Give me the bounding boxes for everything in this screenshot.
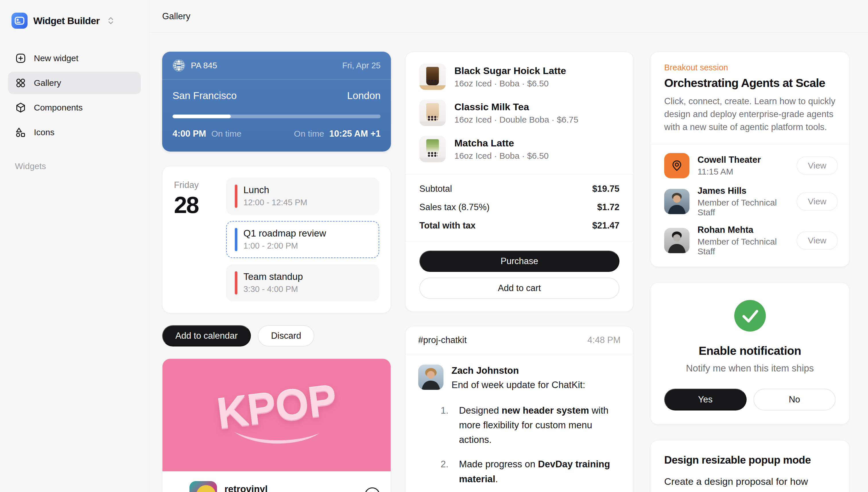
event-color-bar — [235, 228, 238, 251]
arrival-time: 10:25 AM +1 — [329, 129, 380, 139]
playlist-cover-title: KPOP — [214, 375, 339, 439]
avatar — [664, 189, 690, 214]
cube-icon — [15, 102, 26, 114]
airline-globe-icon — [173, 59, 185, 72]
purchase-button[interactable]: Purchase — [419, 251, 619, 272]
message-timestamp: 4:48 PM — [588, 335, 621, 345]
main-area: Gallery — [150, 0, 868, 492]
sidebar-item-label: Icons — [34, 127, 54, 137]
avatar — [418, 365, 444, 390]
sidebar-item-label: New widget — [34, 53, 78, 63]
chevron-up-down-icon[interactable] — [108, 16, 114, 25]
total-row: Total with tax $21.47 — [419, 220, 619, 231]
origin-city: San Francisco — [173, 90, 237, 101]
calendar-widget: Friday 28 Lunch 12:00 - 12:45 PM Q1 road… — [162, 166, 391, 313]
order-widget: Black Sugar Hoick Latte 16oz Iced · Boba… — [405, 52, 634, 312]
widget-builder-logo-icon — [11, 13, 28, 29]
play-icon[interactable] — [364, 487, 380, 492]
departure-status: On time — [211, 129, 241, 139]
drink-photo — [419, 136, 446, 162]
message-text: End of week update for ChatKit: — [451, 379, 585, 390]
shapes-icon — [15, 127, 26, 138]
gallery-content: PA 845 Fri, Apr 25 San Francisco London … — [150, 33, 868, 492]
calendar-event-q1-roadmap-review[interactable]: Q1 roadmap review 1:00 - 2:00 PM — [226, 221, 379, 258]
track-artwork — [190, 481, 217, 492]
sidebar-item-components[interactable]: Components — [8, 96, 141, 119]
task-title: Design resizable popup mode — [664, 454, 836, 466]
task-widget: Design resizable popup mode Create a des… — [650, 440, 850, 492]
notification-subtitle: Notify me when this item ships — [664, 363, 836, 374]
playlist-widget: KPOP 1 retrovinyl Erik Mclean — [162, 359, 391, 492]
sidebar-item-icons[interactable]: Icons — [8, 121, 141, 144]
list-item: 2. Made progress on DevDay training mate… — [441, 457, 621, 486]
no-button[interactable]: No — [753, 389, 836, 411]
channel-name: #proj-chatkit — [418, 335, 467, 345]
order-item: Classic Milk Tea 16oz Iced · Double Boba… — [419, 100, 619, 126]
sidebar-item-label: Components — [34, 103, 83, 113]
view-button[interactable]: View — [796, 156, 838, 175]
sidebar-nav: New widget Gallery Components — [8, 47, 141, 144]
speaker-row: Rohan Mehta Member of Technical Staff Vi… — [664, 225, 838, 256]
view-button[interactable]: View — [796, 231, 838, 250]
flight-number: PA 845 — [191, 61, 217, 70]
app-switcher[interactable]: Widget Builder — [8, 10, 141, 31]
view-button[interactable]: View — [796, 192, 838, 211]
sidebar-item-gallery[interactable]: Gallery — [8, 72, 141, 94]
add-to-cart-button[interactable]: Add to cart — [419, 277, 619, 299]
destination-city: London — [347, 90, 380, 101]
author-name: Zach Johnston — [451, 365, 585, 376]
notification-widget: Enable notification Notify me when this … — [650, 282, 850, 424]
app-title: Widget Builder — [33, 15, 100, 26]
add-to-calendar-button[interactable]: Add to calendar — [162, 325, 251, 346]
track-row: 1 retrovinyl Erik Mclean — [173, 476, 380, 492]
departure-time: 4:00 PM — [173, 129, 206, 139]
task-body: Create a design proposal for how ChatKit… — [664, 474, 836, 492]
calendar-event-lunch[interactable]: Lunch 12:00 - 12:45 PM — [226, 178, 379, 215]
widgets-section-label: Widgets — [8, 161, 141, 171]
sidebar-item-label: Gallery — [34, 78, 61, 88]
sidebar: Widget Builder New widget — [0, 0, 149, 492]
location-row: Cowell Theater 11:15 AM View — [664, 153, 838, 178]
event-color-bar — [235, 184, 238, 208]
drink-photo — [419, 100, 446, 126]
flight-progress-bar — [173, 115, 380, 118]
avatar — [664, 228, 690, 253]
check-icon — [734, 300, 766, 331]
session-description: Click, connect, create. Learn how to qui… — [664, 95, 836, 134]
page-header: Gallery — [150, 0, 868, 33]
location-pin-icon — [664, 153, 690, 178]
list-item: 1. Designed new header system with more … — [441, 403, 621, 447]
playlist-cover: KPOP — [163, 359, 391, 471]
arrival-status: On time — [294, 129, 324, 139]
grid-icon — [15, 77, 26, 89]
yes-button[interactable]: Yes — [664, 389, 747, 411]
flight-progress-fill — [173, 115, 231, 118]
flight-widget: PA 845 Fri, Apr 25 San Francisco London … — [162, 52, 391, 152]
sidebar-item-new-widget[interactable]: New widget — [8, 47, 141, 70]
order-item: Black Sugar Hoick Latte 16oz Iced · Boba… — [419, 64, 619, 90]
notification-title: Enable notification — [664, 344, 836, 358]
subtotal-row: Subtotal $19.75 — [419, 184, 619, 194]
speaker-row: James Hills Member of Technical Staff Vi… — [664, 186, 838, 217]
plus-square-icon — [15, 52, 26, 64]
calendar-event-team-standup[interactable]: Team standup 3:30 - 4:00 PM — [226, 264, 379, 301]
discard-button[interactable]: Discard — [258, 325, 314, 346]
page-title: Gallery — [162, 11, 190, 22]
event-color-bar — [235, 271, 238, 295]
sales-tax-row: Sales tax (8.75%) $1.72 — [419, 202, 619, 213]
session-title: Orchestrating Agents at Scale — [664, 76, 836, 90]
session-widget: Breakout session Orchestrating Agents at… — [650, 52, 850, 267]
drink-photo — [419, 64, 446, 90]
order-item: Matcha Latte 16oz Iced · Boba · $6.50 — [419, 136, 619, 162]
flight-date: Fri, Apr 25 — [342, 61, 380, 70]
session-tag: Breakout session — [664, 63, 836, 72]
calendar-day-number: 28 — [174, 192, 219, 218]
calendar-day-name: Friday — [174, 180, 219, 190]
chat-widget: #proj-chatkit 4:48 PM — [405, 326, 634, 492]
